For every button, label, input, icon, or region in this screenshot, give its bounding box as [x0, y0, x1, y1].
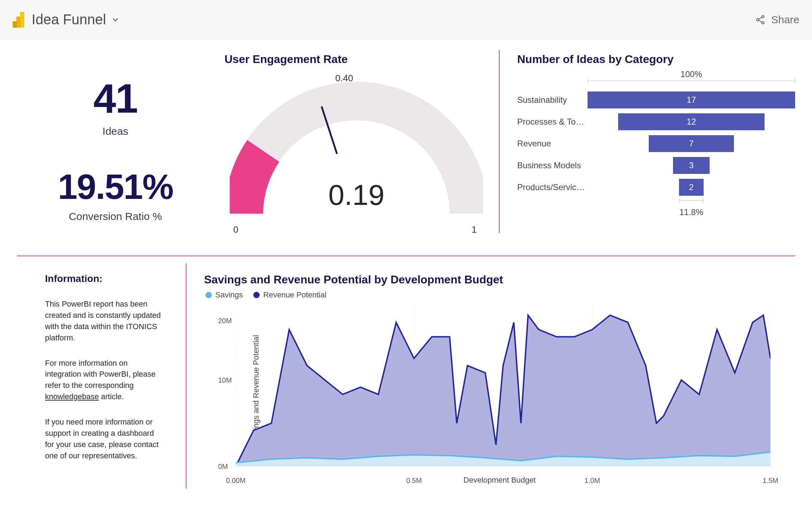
area-svg: [236, 308, 770, 466]
gauge-max: 1: [472, 224, 477, 235]
funnel-bar-track: 7: [588, 135, 795, 152]
kpi-ideas-label: Ideas: [93, 125, 137, 137]
info-p2b: article.: [99, 392, 124, 401]
funnel-bottom-pct: 11.8%: [679, 207, 703, 217]
area-xtick: 1.0M: [584, 477, 600, 485]
gauge-title: User Engagement Rate: [224, 53, 488, 66]
info-column: Information: This PowerBI report has bee…: [17, 263, 186, 496]
funnel-category: Products/Servic…: [517, 182, 588, 192]
vertical-divider: [499, 50, 500, 233]
svg-rect-1: [17, 17, 21, 28]
funnel-title: Number of Ideas by Category: [517, 53, 795, 66]
top-row: 41 Ideas 19.51% Conversion Ratio % User …: [17, 46, 795, 247]
funnel-bar: 17: [588, 92, 795, 108]
share-label: Share: [771, 14, 799, 26]
info-p2: For more information on integration with…: [45, 358, 165, 403]
kpi-ideas: 41 Ideas: [93, 78, 137, 137]
legend-savings-label: Savings: [215, 290, 243, 300]
area-legend: Savings Revenue Potential: [205, 290, 774, 300]
gauge-chart[interactable]: 0.40 0.19 0 1: [230, 69, 483, 233]
funnel-bottom-scale: 11.8%: [588, 198, 795, 219]
kpi-conv-label: Conversion Ratio %: [58, 210, 173, 222]
area-column: Savings and Revenue Potential by Develop…: [187, 263, 795, 496]
kpi-conv-value: 19.51%: [58, 169, 173, 204]
header-left: Idea Funnel: [13, 12, 120, 28]
funnel-row[interactable]: Revenue7: [517, 133, 795, 155]
svg-point-4: [756, 18, 759, 20]
legend-revenue[interactable]: Revenue Potential: [253, 290, 326, 300]
info-p3: If you need more information or support …: [45, 416, 165, 461]
info-p2a: For more information on integration with…: [45, 359, 156, 390]
area-xtick: 0.5M: [406, 477, 421, 485]
dashboard: 41 Ideas 19.51% Conversion Ratio % User …: [0, 39, 812, 496]
kpi-column: 41 Ideas 19.51% Conversion Ratio %: [17, 46, 214, 247]
share-icon: [755, 14, 766, 25]
dot-icon: [253, 292, 260, 298]
gauge-target-label: 0.40: [335, 73, 353, 84]
share-button[interactable]: Share: [755, 14, 799, 26]
legend-savings[interactable]: Savings: [205, 290, 243, 300]
info-heading: Information:: [45, 273, 165, 284]
funnel-bar-track: 17: [588, 92, 795, 108]
area-plot: [236, 308, 770, 466]
svg-rect-0: [20, 12, 24, 27]
funnel-category: Business Models: [517, 161, 588, 170]
bottom-row: Information: This PowerBI report has bee…: [17, 260, 795, 496]
area-ytick: 20M: [218, 317, 232, 325]
funnel-row[interactable]: Products/Servic…2: [517, 176, 795, 198]
area-ytick: 10M: [218, 376, 232, 384]
report-title: Idea Funnel: [32, 12, 106, 27]
knowledgebase-link[interactable]: knowledgebase: [45, 392, 99, 401]
svg-point-5: [762, 21, 764, 24]
info-p1: This PowerBI report has been created and…: [45, 299, 165, 344]
svg-point-3: [762, 15, 764, 18]
chevron-down-icon: [111, 15, 120, 24]
kpi-ideas-value: 41: [93, 78, 137, 119]
funnel-category: Revenue: [517, 139, 588, 149]
funnel-bar-track: 3: [588, 157, 795, 174]
legend-revenue-label: Revenue Potential: [263, 290, 326, 300]
funnel-bar: 12: [618, 113, 765, 130]
funnel-bar-track: 2: [588, 179, 795, 196]
horizontal-divider: [17, 256, 795, 256]
funnel-bar-track: 12: [588, 113, 795, 130]
report-title-dropdown[interactable]: Idea Funnel: [32, 12, 120, 27]
funnel-top-pct: 100%: [680, 69, 702, 79]
header-bar: Idea Funnel Share: [0, 0, 812, 39]
funnel-row[interactable]: Business Models3: [517, 155, 795, 176]
funnel-row[interactable]: Processes & To…12: [517, 111, 795, 133]
area-xtick: 1.5M: [763, 477, 778, 485]
area-xtick: 0.00M: [226, 477, 246, 485]
gauge-column: User Engagement Rate 0.40 0.19 0 1: [214, 46, 499, 247]
funnel-bar: 3: [673, 157, 710, 174]
area-ytick: 0M: [218, 463, 228, 471]
area-chart[interactable]: Savings and Revenue Potential 0M10M20M0.…: [204, 304, 774, 473]
powerbi-logo-icon: [13, 12, 25, 28]
funnel-category: Processes & To…: [517, 117, 588, 127]
funnel-top-scale: 100%: [588, 69, 795, 87]
funnel-rows: Sustainability17Processes & To…12Revenue…: [517, 89, 795, 198]
gauge-min: 0: [233, 224, 238, 235]
area-title: Savings and Revenue Potential by Develop…: [204, 273, 774, 286]
gauge-value: 0.19: [230, 178, 483, 212]
funnel-bar: 7: [649, 135, 734, 152]
funnel-category: Sustainability: [517, 95, 588, 105]
area-xlabel: Development Budget: [225, 476, 774, 485]
funnel-row[interactable]: Sustainability17: [517, 89, 795, 111]
dot-icon: [205, 292, 212, 298]
funnel-column: Number of Ideas by Category 100% Sustain…: [500, 46, 795, 247]
funnel-bar: 2: [679, 179, 703, 196]
vertical-divider-2: [186, 263, 186, 489]
kpi-conversion: 19.51% Conversion Ratio %: [58, 169, 173, 222]
svg-rect-2: [13, 21, 17, 27]
